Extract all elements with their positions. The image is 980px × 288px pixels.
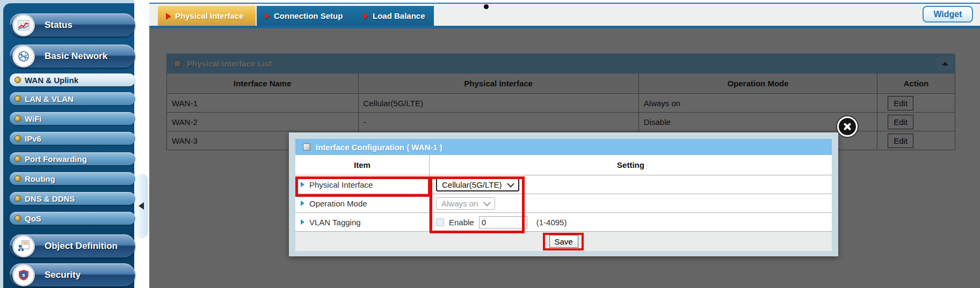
sidebar-item-ipv6[interactable]: IPv6 xyxy=(10,132,135,145)
physical-interface-label: Physical Interface xyxy=(309,180,373,189)
dialog-footer: Save xyxy=(295,231,832,251)
physical-interface-select[interactable]: Cellular(5G/LTE) xyxy=(436,178,519,191)
tab-physical-interface[interactable]: Physical Interface xyxy=(158,6,256,26)
network-globe-icon xyxy=(12,45,35,68)
sidebar-item-label: QoS xyxy=(25,214,41,223)
sidebar-item-wan-uplink[interactable]: WAN & Uplink xyxy=(10,73,135,86)
item-column-header: Item xyxy=(295,155,430,175)
sidebar-collapse-handle[interactable] xyxy=(136,174,148,238)
app-root: Status Basic Network WAN & Uplink LAN & … xyxy=(0,0,980,288)
bullet-icon xyxy=(14,195,21,202)
sidebar-item-label: Status xyxy=(45,20,72,31)
bullet-icon xyxy=(14,115,21,122)
sidebar-item-label: LAN & VLAN xyxy=(25,94,74,104)
sidebar: Status Basic Network WAN & Uplink LAN & … xyxy=(0,0,134,288)
dialog-header-row: Item Setting xyxy=(295,155,832,175)
sidebar-item-wifi[interactable]: WiFi xyxy=(10,112,135,125)
tab-arrow-icon xyxy=(364,13,368,19)
sidebar-item-security[interactable]: Security xyxy=(10,263,135,286)
widget-label: Widget xyxy=(933,10,962,19)
close-button[interactable] xyxy=(837,116,858,137)
sidebar-item-dns-ddns[interactable]: DNS & DDNS xyxy=(10,192,135,205)
sidebar-item-lan-vlan[interactable]: LAN & VLAN xyxy=(10,92,135,105)
sidebar-item-basic-network[interactable]: Basic Network xyxy=(10,45,135,68)
object-definition-icon xyxy=(12,235,35,257)
collapse-left-icon xyxy=(139,202,144,210)
vlan-id-input[interactable] xyxy=(479,216,527,228)
black-dot-icon xyxy=(484,4,489,9)
sidebar-item-routing[interactable]: Routing xyxy=(10,172,135,185)
bullet-icon xyxy=(14,215,21,221)
physical-interface-row: Physical Interface Cellular(5G/LTE) xyxy=(295,175,832,194)
sidebar-item-label: Security xyxy=(45,270,81,280)
sidebar-item-label: Routing xyxy=(25,174,55,183)
sidebar-item-status[interactable]: Status xyxy=(10,13,135,36)
selected-option: Always on xyxy=(441,199,478,208)
status-chart-icon xyxy=(12,14,35,36)
vlan-enable-checkbox[interactable] xyxy=(436,218,444,226)
dialog-title-bar: Interface Configuration ( WAN-1 ) xyxy=(295,139,832,155)
dialog-inner: Interface Configuration ( WAN-1 ) Item S… xyxy=(295,139,832,251)
operation-mode-row: Operation Mode Always on xyxy=(295,194,832,212)
security-shield-icon xyxy=(12,264,35,286)
vlan-enable-label: Enable xyxy=(449,218,474,227)
sidebar-item-label: Port Forwarding xyxy=(25,154,87,164)
content-area: Physical Interface Connection Setup Load… xyxy=(149,0,980,288)
bullet-icon xyxy=(14,95,21,102)
vlan-tagging-label: VLAN Tagging xyxy=(309,218,361,227)
bullet-icon xyxy=(14,175,21,182)
tab-label: Connection Setup xyxy=(274,11,343,20)
widget-button[interactable]: Widget xyxy=(923,6,973,23)
sidebar-item-object-definition[interactable]: Object Definition xyxy=(10,234,135,257)
sidebar-item-qos[interactable]: QoS xyxy=(10,212,135,225)
interface-configuration-dialog: Interface Configuration ( WAN-1 ) Item S… xyxy=(289,132,838,256)
sidebar-item-label: DNS & DDNS xyxy=(25,194,75,203)
tab-load-balance[interactable]: Load Balance xyxy=(355,6,434,26)
operation-mode-select[interactable]: Always on xyxy=(436,197,495,210)
tab-connection-setup[interactable]: Connection Setup xyxy=(257,6,355,26)
setting-column-header: Setting xyxy=(430,155,832,175)
tab-arrow-icon xyxy=(166,13,171,19)
row-arrow-icon xyxy=(301,182,304,187)
panel-square-icon xyxy=(303,143,310,151)
operation-mode-label: Operation Mode xyxy=(309,199,367,208)
bullet-icon xyxy=(14,77,21,83)
sidebar-item-label: WAN & Uplink xyxy=(25,76,78,85)
bullet-icon xyxy=(14,135,21,142)
dialog-title: Interface Configuration ( WAN-1 ) xyxy=(316,143,442,152)
sidebar-item-label: Basic Network xyxy=(45,51,107,62)
chevron-down-icon xyxy=(483,199,491,206)
row-arrow-icon xyxy=(301,219,304,225)
sidebar-item-label: IPv6 xyxy=(25,134,41,143)
sidebar-item-label: WiFi xyxy=(25,114,42,123)
tab-label: Physical Interface xyxy=(175,11,244,20)
tab-label: Load Balance xyxy=(373,11,425,20)
top-tab-bar: Physical Interface Connection Setup Load… xyxy=(149,0,980,28)
top-blue-line xyxy=(149,3,980,4)
tab-arrow-icon xyxy=(265,13,270,19)
row-arrow-icon xyxy=(301,201,304,206)
sidebar-item-port-forwarding[interactable]: Port Forwarding xyxy=(10,152,135,165)
chevron-down-icon xyxy=(507,180,514,188)
vlan-tagging-row: VLAN Tagging Enable (1-4095) xyxy=(295,212,832,231)
sidebar-panel: Status Basic Network WAN & Uplink LAN & … xyxy=(3,3,134,288)
sidebar-item-label: Object Definition xyxy=(45,241,118,252)
selected-option: Cellular(5G/LTE) xyxy=(442,180,502,189)
vlan-range-hint: (1-4095) xyxy=(536,218,567,227)
bullet-icon xyxy=(14,156,21,162)
save-button[interactable]: Save xyxy=(549,235,578,248)
close-x-icon xyxy=(843,122,852,131)
